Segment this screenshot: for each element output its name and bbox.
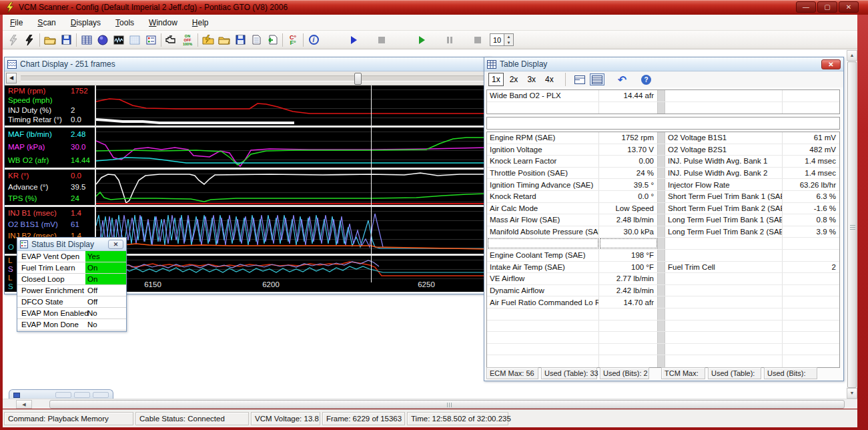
table-cell[interactable]: 30.0 kPa (599, 226, 658, 238)
table-cell[interactable]: 198 °F (599, 250, 658, 261)
status-bit-row[interactable]: EVAP Mon DoneNo (17, 319, 126, 331)
table-cell[interactable]: Short Term Fuel Trim Bank 1 (SAE (665, 191, 783, 202)
table-cell[interactable] (599, 355, 658, 367)
menu-item-help[interactable]: Help (185, 15, 216, 30)
chart-parameter-row[interactable]: MAP (kPa)30.0 (5, 143, 95, 152)
table-cell[interactable]: 1.4 msec (783, 168, 839, 179)
table-cell[interactable]: 0.0 ° (599, 191, 658, 202)
table-row[interactable]: Intake Air Temp (SAE)100 °FFuel Trim Cel… (487, 262, 839, 274)
chart-display-icon[interactable] (111, 32, 127, 48)
table-cell[interactable] (665, 344, 783, 355)
table-cell[interactable]: Knock Learn Factor (487, 156, 599, 167)
gauge-display-icon[interactable] (95, 32, 111, 48)
table-cell[interactable] (665, 90, 783, 101)
minimized-restore-button[interactable] (55, 392, 71, 398)
table-cell[interactable]: Fuel Trim Cell (665, 262, 783, 273)
table-row[interactable]: Knock Retard0.0 °Short Term Fuel Trim Ba… (487, 191, 839, 203)
table-cell[interactable] (487, 344, 599, 355)
chart-parameter-row[interactable]: O2 B1S1 (mV)61 (5, 220, 95, 229)
menu-item-file[interactable]: File (3, 15, 30, 30)
table-cell[interactable]: 24 % (599, 168, 658, 179)
table-row[interactable]: Mass Air Flow (SAE)2.48 lb/minLong Term … (487, 214, 839, 226)
table-cell[interactable] (783, 285, 839, 296)
undo-icon[interactable]: ↶ (618, 73, 626, 86)
status-bit-row[interactable]: Fuel Trim LearnOn (17, 262, 126, 274)
table-cell[interactable]: Short Term Fuel Trim Bank 2 (SAE (665, 203, 783, 214)
play-scan-icon[interactable] (346, 32, 362, 48)
table-cell[interactable]: Engine Coolant Temp (SAE) (487, 250, 599, 261)
table-cell[interactable] (599, 344, 658, 355)
table-cell[interactable]: VE Airflow (487, 273, 599, 284)
spin-up-icon[interactable]: ▲ (504, 34, 513, 40)
table-cell[interactable] (665, 238, 783, 249)
table-cell[interactable]: 3.9 % (783, 226, 839, 238)
table-close-button[interactable]: ✕ (821, 59, 841, 69)
table-cell[interactable]: Long Term Fuel Trim Bank 1 (SAE (665, 214, 783, 226)
info-icon[interactable]: i (306, 32, 322, 48)
table-cell[interactable] (665, 355, 783, 367)
status-bit-row[interactable]: Closed LoopOn (17, 274, 126, 285)
table-cell[interactable] (599, 308, 658, 320)
chart-plot-area[interactable]: 615062006250 (96, 85, 490, 292)
table-cell[interactable]: 100 °F (599, 262, 658, 273)
table-cell[interactable] (783, 332, 839, 343)
table-cell[interactable]: O2 Voltage B1S1 (665, 132, 783, 144)
table-cell[interactable] (783, 344, 839, 355)
table-row[interactable] (487, 320, 839, 333)
table-cell[interactable]: Knock Retard (487, 191, 599, 202)
table-cell[interactable] (783, 308, 839, 320)
table-cell[interactable] (783, 320, 839, 332)
chart-display-titlebar[interactable]: Chart Display - 251 frames (5, 57, 490, 71)
table-cell[interactable] (487, 355, 599, 367)
table-cell[interactable] (665, 332, 783, 343)
layout-dense-rows-icon[interactable] (590, 73, 604, 85)
table-cell[interactable]: 14.70 afr (599, 296, 658, 308)
table-cell[interactable]: INJ. Pulse Width Avg. Bank 1 (665, 156, 783, 167)
table-row[interactable]: Ignition Timing Advance (SAE)39.5 °Injec… (487, 179, 839, 191)
table-cell[interactable]: Ignition Voltage (487, 144, 599, 156)
table-row[interactable]: Throttle Position (SAE)24 %INJ. Pulse Wi… (487, 168, 839, 180)
table-cell[interactable]: 14.44 afr (599, 90, 658, 101)
table-cell[interactable] (783, 355, 839, 367)
status-bit-row[interactable]: EVAP Mon EnabledNo (17, 308, 126, 319)
status-bits-display-icon[interactable] (143, 32, 159, 48)
table-cell[interactable] (783, 250, 839, 261)
table-cell[interactable] (665, 308, 783, 320)
chart-parameter-row[interactable]: WB O2 (afr)14.44 (5, 156, 95, 165)
table-cell[interactable] (665, 273, 783, 284)
connect-icon[interactable] (21, 32, 37, 48)
table-cell[interactable] (487, 320, 599, 332)
frame-skip-spinner[interactable]: 10 ▲▼ (490, 33, 514, 46)
table-row[interactable]: Air Calc ModeLow SpeedShort Term Fuel Tr… (487, 203, 839, 215)
chart-parameter-row[interactable]: INJ B1 (msec)1.4 (5, 209, 95, 218)
table-cell[interactable]: 63.26 lb/hr (783, 179, 839, 190)
menu-item-displays[interactable]: Displays (63, 15, 108, 30)
zoom-4x-button[interactable]: 4x (542, 73, 557, 86)
table-cell[interactable]: Manifold Absolute Pressure (SAE) (487, 226, 599, 238)
client-horizontal-scrollbar[interactable]: ◀ (3, 399, 857, 409)
chart-parameter-row[interactable]: TPS (%)24 (5, 194, 95, 203)
table-cell[interactable]: INJ. Pulse Width Avg. Bank 2 (665, 168, 783, 179)
client-vertical-scrollbar[interactable]: ▲ ▼ (847, 50, 857, 399)
table-cell[interactable] (599, 332, 658, 343)
stop-scan-icon[interactable] (374, 32, 390, 48)
table-cell[interactable]: 0.00 (599, 156, 658, 167)
table-cell[interactable] (783, 102, 839, 114)
chart-parameter-row[interactable]: INJ Duty (%)2 (5, 106, 95, 115)
table-row[interactable]: Engine Coolant Temp (SAE)198 °F (487, 250, 839, 262)
table-cell[interactable]: Air Calc Mode (487, 203, 599, 214)
open-log-icon[interactable] (216, 32, 232, 48)
save-config-icon[interactable] (58, 32, 74, 48)
minimized-close-button[interactable] (93, 392, 109, 398)
table-row[interactable] (487, 344, 839, 356)
table-cell[interactable]: Injector Flow Rate (665, 179, 783, 190)
table-cell[interactable] (487, 332, 599, 343)
horizontal-scroll-thumb[interactable] (49, 400, 845, 409)
zoom-3x-button[interactable]: 3x (524, 73, 539, 86)
grid-display-icon[interactable] (127, 32, 143, 48)
menu-item-window[interactable]: Window (141, 15, 185, 30)
table-cell[interactable]: O2 Voltage B2S1 (665, 144, 783, 156)
table-cell[interactable]: 0.8 % (783, 214, 839, 226)
table-row[interactable] (487, 308, 839, 320)
table-cell[interactable]: Ignition Timing Advance (SAE) (487, 179, 599, 190)
